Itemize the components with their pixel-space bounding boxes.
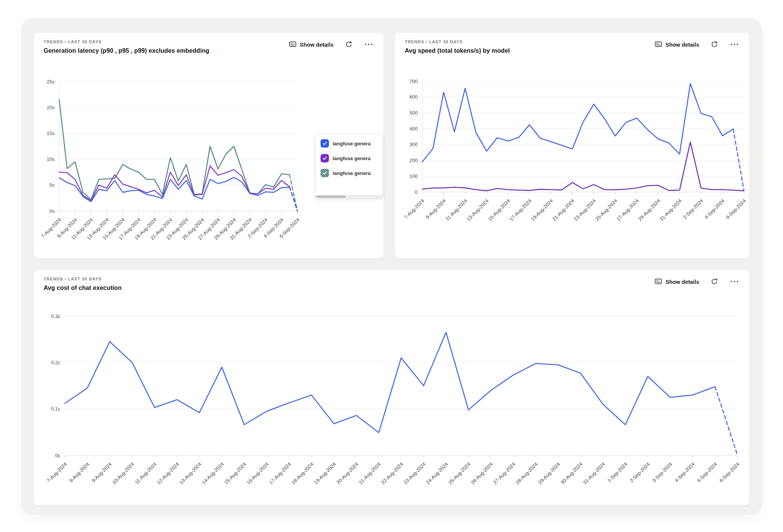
svg-text:0: 0	[415, 189, 418, 195]
svg-text:15-Aug-2024: 15-Aug-2024	[487, 198, 511, 222]
speed-chart: 70060050040030020010007-Aug-20249-Aug-20…	[395, 33, 750, 259]
svg-text:25-Aug-2024: 25-Aug-2024	[447, 461, 472, 486]
svg-text:400: 400	[409, 126, 418, 132]
legend-item-label: langfuse genera	[333, 141, 371, 146]
svg-text:11-Aug-2024: 11-Aug-2024	[134, 461, 157, 485]
svg-text:600: 600	[409, 94, 418, 100]
svg-text:5-Sep-2024: 5-Sep-2024	[696, 461, 718, 484]
svg-text:7-Aug-2024: 7-Aug-2024	[403, 198, 425, 220]
svg-text:25-Aug-2024: 25-Aug-2024	[594, 198, 618, 222]
svg-text:6-Sep-2024: 6-Sep-2024	[725, 198, 747, 220]
svg-text:2-Sep-2024: 2-Sep-2024	[629, 461, 651, 484]
svg-text:27-Aug-2024: 27-Aug-2024	[616, 198, 640, 222]
svg-text:3-Sep-2024: 3-Sep-2024	[651, 461, 673, 484]
svg-text:31-Aug-2024: 31-Aug-2024	[582, 461, 606, 486]
chart-legend: langfuse generalangfuse generalangfuse g…	[315, 134, 383, 198]
svg-text:27-Aug-2024: 27-Aug-2024	[492, 461, 516, 486]
svg-text:0.3c: 0.3c	[51, 313, 60, 319]
svg-text:22-Aug-2024: 22-Aug-2024	[380, 461, 404, 486]
svg-text:13-Aug-2024: 13-Aug-2024	[465, 198, 490, 222]
svg-text:1-Sep-2024: 1-Sep-2024	[606, 461, 629, 484]
svg-text:11-Aug-2024: 11-Aug-2024	[444, 198, 468, 222]
svg-text:16-Aug-2024: 16-Aug-2024	[245, 461, 270, 486]
svg-text:13-Aug-2024: 13-Aug-2024	[178, 461, 203, 486]
svg-text:17-Aug-2024: 17-Aug-2024	[268, 461, 292, 486]
svg-text:24-Aug-2024: 24-Aug-2024	[425, 461, 449, 486]
svg-text:0.1c: 0.1c	[51, 406, 60, 412]
svg-text:28-Aug-2024: 28-Aug-2024	[514, 461, 539, 486]
svg-text:5s: 5s	[49, 182, 55, 188]
svg-text:700: 700	[409, 79, 418, 84]
svg-text:20s: 20s	[47, 105, 55, 110]
svg-text:26-Aug-2024: 26-Aug-2024	[470, 461, 494, 486]
svg-text:6-Sep-2024: 6-Sep-2024	[718, 461, 741, 484]
svg-text:8-Aug-2024: 8-Aug-2024	[68, 461, 91, 484]
svg-text:10-Aug-2024: 10-Aug-2024	[111, 461, 135, 486]
legend-item-label: langfuse genera	[333, 156, 371, 161]
dashboard-container: 25s20s15s10s5s0s7-Aug-20249-Aug-202411-A…	[22, 18, 761, 514]
svg-text:21-Aug-2024: 21-Aug-2024	[358, 461, 382, 486]
svg-text:14-Aug-2024: 14-Aug-2024	[201, 461, 225, 486]
svg-text:23-Aug-2024: 23-Aug-2024	[403, 461, 427, 486]
svg-text:19-Aug-2024: 19-Aug-2024	[530, 198, 554, 222]
svg-text:500: 500	[409, 110, 418, 116]
svg-text:25s: 25s	[47, 79, 55, 85]
svg-text:23-Aug-2024: 23-Aug-2024	[573, 198, 597, 222]
panel-generation-latency: 25s20s15s10s5s0s7-Aug-20249-Aug-202411-A…	[33, 32, 384, 259]
svg-text:15-Aug-2024: 15-Aug-2024	[223, 461, 247, 486]
panel-avg-speed: 70060050040030020010007-Aug-20249-Aug-20…	[395, 32, 750, 259]
dashboard-page: 25s20s15s10s5s0s7-Aug-20249-Aug-202411-A…	[0, 0, 783, 532]
svg-text:17-Aug-2024: 17-Aug-2024	[508, 198, 533, 222]
svg-text:30-Aug-2024: 30-Aug-2024	[560, 461, 584, 486]
svg-text:20-Aug-2024: 20-Aug-2024	[335, 461, 360, 486]
svg-text:2-Sep-2024: 2-Sep-2024	[682, 198, 704, 220]
svg-text:4-Sep-2024: 4-Sep-2024	[703, 198, 726, 220]
svg-text:7-Aug-2024: 7-Aug-2024	[46, 461, 68, 484]
svg-text:29-Aug-2024: 29-Aug-2024	[637, 198, 661, 222]
legend-item-1[interactable]: langfuse genera	[321, 154, 378, 162]
svg-text:9-Aug-2024: 9-Aug-2024	[91, 461, 113, 484]
svg-text:10s: 10s	[47, 156, 55, 162]
svg-text:15s: 15s	[47, 131, 55, 136]
svg-text:29-Aug-2024: 29-Aug-2024	[537, 461, 561, 486]
legend-item-label: langfuse genera	[333, 170, 371, 176]
svg-text:12-Aug-2024: 12-Aug-2024	[156, 461, 180, 486]
legend-checkbox-checked-icon[interactable]	[321, 139, 329, 148]
svg-text:19-Aug-2024: 19-Aug-2024	[313, 461, 337, 486]
svg-text:18-Aug-2024: 18-Aug-2024	[290, 461, 314, 486]
legend-checkbox-checked-icon[interactable]	[321, 154, 329, 162]
svg-text:4-Sep-2024: 4-Sep-2024	[673, 461, 696, 484]
legend-scrollbar-thumb[interactable]	[316, 195, 346, 198]
legend-scrollbar-track[interactable]	[316, 195, 382, 198]
svg-text:200: 200	[409, 157, 418, 163]
svg-text:0c: 0c	[55, 453, 60, 458]
legend-item-2[interactable]: langfuse genera	[321, 169, 378, 177]
svg-text:0.2c: 0.2c	[51, 360, 60, 365]
cost-chart: 0.3c0.2c0.1c0c7-Aug-20248-Aug-20249-Aug-…	[34, 270, 750, 506]
legend-item-0[interactable]: langfuse genera	[321, 139, 378, 148]
svg-text:0s: 0s	[49, 208, 55, 214]
svg-text:100: 100	[409, 173, 418, 179]
panel-avg-cost: 0.3c0.2c0.1c0c7-Aug-20248-Aug-20249-Aug-…	[33, 269, 750, 505]
svg-text:300: 300	[409, 142, 418, 147]
svg-text:21-Aug-2024: 21-Aug-2024	[551, 198, 575, 222]
svg-text:31-Aug-2024: 31-Aug-2024	[659, 198, 683, 222]
svg-text:9-Aug-2024: 9-Aug-2024	[425, 198, 447, 220]
legend-checkbox-checked-icon[interactable]	[321, 169, 329, 177]
